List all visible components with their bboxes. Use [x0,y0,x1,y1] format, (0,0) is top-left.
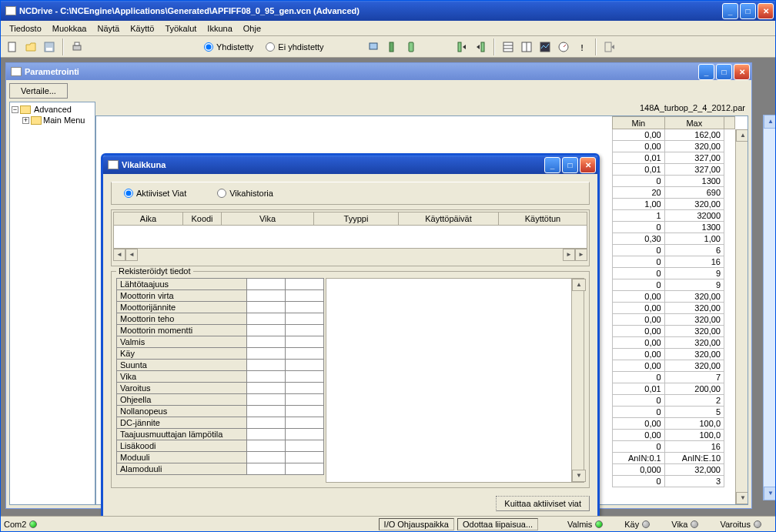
download-icon[interactable] [472,38,489,55]
table-row[interactable]: AnIN:0.1AnIN:E.10 [613,453,735,464]
tree-expand-icon[interactable]: + [22,117,29,124]
table-row[interactable]: 09 [613,279,735,291]
menu-window[interactable]: Ikkuna [202,22,237,35]
list-item[interactable]: Varoitus [117,383,324,394]
table-row[interactable]: 0,00320,00 [613,314,735,326]
radio-active-faults[interactable]: Aktiiviset Viat [124,189,186,198]
list-item[interactable]: Suunta [117,360,324,371]
col-max[interactable]: Max [664,117,724,129]
table-row[interactable]: 1,00320,00 [613,199,735,210]
list-item[interactable]: Käy [117,348,324,360]
chart-icon[interactable] [537,38,554,55]
table-row[interactable]: 0,301,00 [613,233,735,245]
table-row[interactable]: 132000 [613,210,735,222]
table-row[interactable]: 0,01200,00 [613,383,735,395]
alert-icon[interactable]: ! [574,38,590,55]
table-row[interactable]: 0,00162,00 [613,129,735,141]
table-row[interactable]: 20690 [613,187,735,199]
list-item[interactable]: Vika [117,371,324,383]
col-paivat[interactable]: Käyttöpäivät [399,212,499,226]
table-row[interactable]: 0,00320,00 [613,291,735,303]
reg-scrollbar[interactable] [571,279,584,482]
print-icon[interactable] [69,38,85,55]
table-row[interactable]: 0,00320,00 [613,303,735,314]
compare-button[interactable]: Vertaile... [9,83,68,99]
menu-tools[interactable]: Työkalut [159,22,202,35]
table-row[interactable]: 0,00320,00 [613,141,735,152]
gauge-icon[interactable] [555,38,572,55]
table-row[interactable]: 05 [613,407,735,418]
col-koodi[interactable]: Koodi [183,212,222,226]
param-minimize-button[interactable]: _ [698,64,714,80]
table-row[interactable]: 0,00032,000 [613,464,735,476]
upload-icon[interactable] [453,38,470,55]
table-row[interactable]: 06 [613,245,735,256]
table-row[interactable]: 016 [613,441,735,453]
table-row[interactable]: 03 [613,476,735,487]
table-row[interactable]: 02 [613,395,735,407]
table-row[interactable]: 0,01327,00 [613,164,735,176]
list-item[interactable]: DC-jännite [117,417,324,429]
list-item[interactable]: Valmis [117,336,324,348]
menu-edit[interactable]: Muokkaa [47,22,92,35]
menu-file[interactable]: Tiedosto [4,22,47,35]
list-item[interactable]: Moottorin virta [117,290,324,302]
table-row[interactable]: 0,00320,00 [613,349,735,360]
col-tyyppi[interactable]: Tyyppi [314,212,399,226]
menu-use[interactable]: Käyttö [125,22,159,35]
open-icon[interactable] [22,38,39,55]
fault-table[interactable]: Aika Koodi Vika Tyyppi Käyttöpäivät Käyt… [111,209,590,266]
table-row[interactable]: 09 [613,268,735,279]
table-row[interactable]: 0,00320,00 [613,326,735,337]
grid1-icon[interactable] [500,38,517,55]
table-row[interactable]: 0,01327,00 [613,152,735,164]
menu-help[interactable]: Ohje [238,22,266,35]
list-item[interactable]: Nollanopeus [117,406,324,417]
param-maximize-button[interactable]: □ [716,64,732,80]
col-aika[interactable]: Aika [114,212,183,226]
maximize-button[interactable]: □ [740,3,756,19]
fault-minimize-button[interactable]: _ [544,157,560,173]
exit-icon[interactable] [601,38,618,55]
radio-fault-history[interactable]: Vikahistoria [217,189,273,198]
table-row[interactable]: 01300 [613,222,735,233]
param-close-button[interactable]: ✕ [734,64,750,80]
radio-disconnected[interactable]: Ei yhdistetty [266,42,323,52]
table-row[interactable]: 01300 [613,176,735,187]
minimize-button[interactable]: _ [722,3,738,19]
tree-collapse-icon[interactable]: − [12,106,18,113]
fault-maximize-button[interactable]: □ [562,157,578,173]
table-row[interactable]: 0,00100,0 [613,430,735,441]
tree-view[interactable]: − Advanced + Main Menu [9,102,95,505]
col-min[interactable]: Min [613,117,665,129]
close-button[interactable]: ✕ [758,3,774,19]
new-icon[interactable] [4,38,21,55]
list-item[interactable]: Ohjeella [117,394,324,406]
tree-child[interactable]: Main Menu [43,115,85,125]
phone-icon[interactable] [403,38,420,55]
grid2-icon[interactable] [518,38,535,55]
list-item[interactable]: Taajuusmuuttajan lämpötila [117,429,324,440]
table-row[interactable]: 0,00320,00 [613,337,735,349]
list-item[interactable]: Moottorijännite [117,302,324,313]
radio-connected[interactable]: Yhdistetty [204,42,253,52]
table-row[interactable]: 0,00320,00 [613,360,735,372]
list-item[interactable]: Lisäkoodi [117,440,324,452]
tree-root[interactable]: Advanced [32,105,73,114]
col-tunnit[interactable]: Käyttötun [499,212,587,226]
table-row[interactable]: 07 [613,372,735,383]
fault-hscrollbar[interactable]: ◄◄►► [113,249,587,261]
save-icon[interactable] [41,38,58,55]
list-item[interactable]: Moottorin momentti [117,325,324,336]
param-scrollbar[interactable] [735,129,748,504]
col-vika[interactable]: Vika [222,212,314,226]
table-row[interactable]: 016 [613,256,735,268]
table-row[interactable]: 0,00100,0 [613,418,735,430]
ack-faults-button[interactable]: Kuittaa aktiiviset viat [496,496,590,511]
device-icon[interactable] [384,38,401,55]
list-item[interactable]: Moottorin teho [117,313,324,325]
list-item[interactable]: Moduuli [117,452,324,463]
list-item[interactable]: Lähtötaajuus [117,279,324,290]
monitor-icon[interactable] [366,38,383,55]
menu-view[interactable]: Näytä [92,22,125,35]
